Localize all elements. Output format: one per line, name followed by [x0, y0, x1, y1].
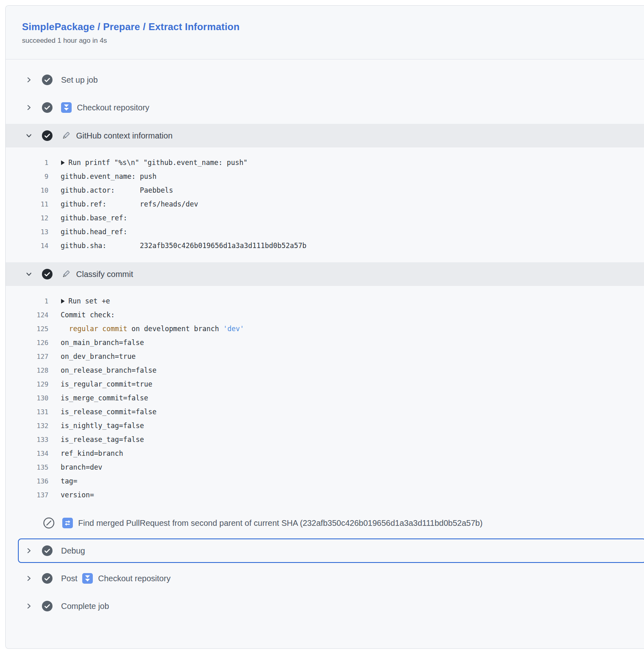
- log-segment: Commit check:: [61, 311, 115, 319]
- log-segment: version=: [61, 491, 94, 499]
- chevron-right-icon[interactable]: [26, 77, 32, 83]
- log-line: 135branch=dev: [6, 460, 644, 474]
- line-number[interactable]: 129: [6, 380, 48, 388]
- skipped-circle-slash-icon: [43, 517, 55, 529]
- line-text: github.head_ref:: [61, 228, 127, 236]
- line-number[interactable]: 126: [6, 339, 48, 347]
- line-number[interactable]: 125: [6, 325, 48, 333]
- line-number[interactable]: 1: [6, 297, 48, 305]
- log-segment: tag=: [61, 477, 77, 485]
- chevron-down-icon[interactable]: [26, 271, 32, 277]
- line-number[interactable]: 135: [6, 464, 48, 471]
- step-label: Classify commit: [76, 270, 133, 279]
- line-number[interactable]: 14: [6, 242, 48, 250]
- line-number[interactable]: 136: [6, 477, 48, 485]
- log-segment: github.ref: refs/heads/dev: [61, 200, 198, 208]
- job-title[interactable]: SimplePackage / Prepare / Extract Inform…: [22, 21, 628, 33]
- step-label: Debug: [61, 546, 85, 556]
- log-line: 1Run printf "%s\n" "github.event_name: p…: [6, 156, 644, 169]
- pencil-icon: [61, 269, 71, 279]
- line-number[interactable]: 132: [6, 422, 48, 430]
- line-text: github.actor: Paebbels: [61, 186, 173, 194]
- chevron-right-icon[interactable]: [26, 603, 32, 609]
- line-number[interactable]: 133: [6, 436, 48, 444]
- line-text: github.event_name: push: [61, 172, 156, 180]
- step-header-classify-commit[interactable]: Classify commit: [6, 262, 644, 286]
- line-number[interactable]: 124: [6, 311, 48, 319]
- chevron-right-icon[interactable]: [26, 547, 32, 554]
- step-checkout-repository[interactable]: Checkout repository: [6, 94, 644, 121]
- log-segment: is_regular_commit=true: [61, 380, 152, 388]
- step-set-up-job[interactable]: Set up job: [6, 66, 644, 94]
- step-label: Checkout repository: [98, 574, 171, 583]
- line-number[interactable]: 10: [6, 187, 48, 194]
- log-segment: on_main_branch=false: [61, 338, 144, 347]
- log-segment: is_nightly_tag=false: [61, 422, 144, 430]
- chevron-right-icon[interactable]: [26, 575, 32, 582]
- line-number[interactable]: 137: [6, 491, 48, 499]
- line-text: on_release_branch=false: [61, 366, 156, 374]
- log-segment: on_dev_branch=true: [61, 352, 136, 360]
- line-number[interactable]: 13: [6, 228, 48, 236]
- pencil-icon: [61, 131, 71, 141]
- checkout-icon: [61, 102, 72, 113]
- log-segment: github.base_ref:: [61, 214, 127, 222]
- step-find-merged-pullrequest-from-second-parent: Find merged PullRequest from second pare…: [6, 509, 644, 537]
- log-line: 128on_release_branch=false: [6, 363, 644, 377]
- log-line: 126on_main_branch=false: [6, 336, 644, 349]
- check-circle-icon: [42, 269, 53, 279]
- line-text: on_main_branch=false: [61, 338, 144, 347]
- job-log-card: SimplePackage / Prepare / Extract Inform…: [5, 5, 644, 649]
- run-toggle-icon[interactable]: [61, 297, 65, 305]
- chevron-down-icon[interactable]: [26, 132, 32, 139]
- line-text: Run printf "%s\n" "github.event_name: pu…: [61, 158, 248, 167]
- line-text: regular commit on development branch 'de…: [61, 325, 244, 333]
- line-text: Run set +e: [61, 297, 110, 305]
- step-label: Checkout repository: [77, 103, 149, 112]
- check-circle-icon: [42, 130, 53, 141]
- line-number[interactable]: 1: [6, 159, 48, 167]
- line-number[interactable]: 134: [6, 450, 48, 457]
- check-circle-icon: [42, 75, 53, 85]
- log-segment: regular commit: [69, 325, 127, 333]
- line-number[interactable]: 131: [6, 408, 48, 416]
- line-number[interactable]: 9: [6, 173, 48, 180]
- line-number[interactable]: 128: [6, 367, 48, 374]
- checkout-icon: [82, 573, 93, 584]
- step-complete-job[interactable]: Complete job: [6, 592, 644, 620]
- line-text: is_release_tag=false: [61, 435, 144, 444]
- log-line: 134ref_kind=branch: [6, 446, 644, 460]
- log-segment: is_release_tag=false: [61, 435, 144, 444]
- log-line: 127on_dev_branch=true: [6, 349, 644, 363]
- step-log-classify-commit: 1Run set +e124Commit check:125 regular c…: [6, 286, 644, 509]
- step-label: GitHub context information: [76, 131, 173, 141]
- step-group-github-context-information: GitHub context information1Run printf "%…: [6, 124, 644, 260]
- check-circle-icon: [42, 545, 53, 556]
- step-post-checkout-repository[interactable]: PostCheckout repository: [6, 565, 644, 592]
- log-line: 11github.ref: refs/heads/dev: [6, 197, 644, 211]
- log-segment: github.head_ref:: [61, 228, 127, 236]
- log-segment: github.sha: 232afb350c426b019656d1a3a3d1…: [61, 242, 307, 250]
- log-line: 133is_release_tag=false: [6, 433, 644, 446]
- chevron-right-icon[interactable]: [26, 104, 32, 111]
- line-number[interactable]: 127: [6, 353, 48, 360]
- line-text: tag=: [61, 477, 77, 485]
- line-number[interactable]: 11: [6, 200, 48, 208]
- line-number[interactable]: 12: [6, 214, 48, 222]
- line-text: version=: [61, 491, 94, 499]
- line-text: is_regular_commit=true: [61, 380, 152, 388]
- line-text: branch=dev: [61, 463, 102, 471]
- step-header-github-context-information[interactable]: GitHub context information: [6, 124, 644, 147]
- log-line: 131is_release_commit=false: [6, 405, 644, 419]
- step-log-github-context-information: 1Run printf "%s\n" "github.event_name: p…: [6, 147, 644, 260]
- log-line: 125 regular commit on development branch…: [6, 322, 644, 336]
- log-line: 137version=: [6, 488, 644, 502]
- line-text: github.sha: 232afb350c426b019656d1a3a3d1…: [61, 242, 307, 250]
- log-line: 129is_regular_commit=true: [6, 377, 644, 391]
- step-label: Set up job: [61, 75, 98, 85]
- log-line: 9github.event_name: push: [6, 169, 644, 183]
- run-toggle-icon[interactable]: [61, 158, 65, 167]
- step-debug[interactable]: Debug: [18, 538, 644, 563]
- check-circle-icon: [42, 601, 53, 611]
- line-number[interactable]: 130: [6, 394, 48, 402]
